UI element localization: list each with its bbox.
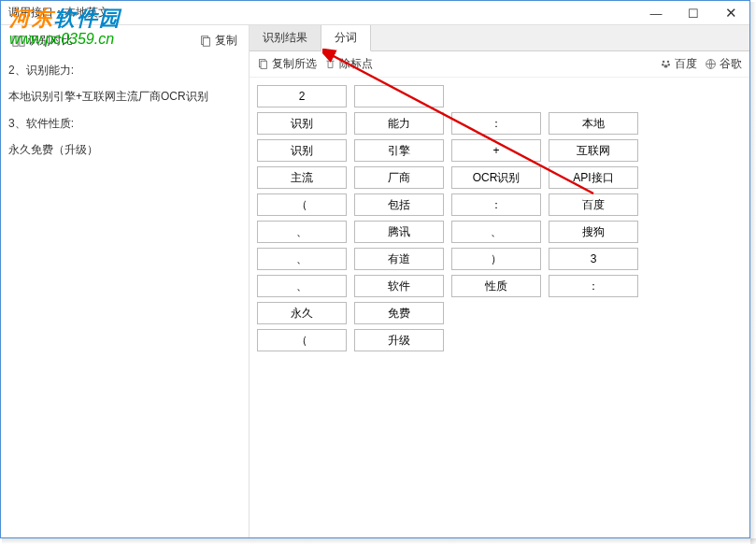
compare-icon <box>12 35 25 48</box>
segment-cell[interactable]: 升级 <box>354 329 444 351</box>
segment-cell[interactable]: 性质 <box>451 275 541 297</box>
globe-icon <box>705 58 717 70</box>
copy-selected-button[interactable]: 复制所选 <box>257 56 317 72</box>
compare-button[interactable]: 识别对比 <box>8 31 77 50</box>
segmentation-toolbar: 复制所选 除标点 百度 谷歌 <box>250 51 749 78</box>
copy-icon <box>257 58 269 70</box>
segment-cell[interactable] <box>354 85 444 107</box>
segment-cell[interactable]: 有道 <box>354 248 444 270</box>
svg-point-8 <box>662 64 663 65</box>
google-search-button[interactable]: 谷歌 <box>705 56 742 72</box>
segment-cell[interactable]: 能力 <box>354 112 444 135</box>
baidu-search-button[interactable]: 百度 <box>660 56 697 72</box>
segment-cell[interactable]: 、 <box>451 221 541 243</box>
segment-cell[interactable]: ： <box>549 275 638 297</box>
svg-rect-0 <box>13 36 18 46</box>
text-line: 本地识别引擎+互联网主流厂商OCR识别 <box>8 84 241 108</box>
copy-icon <box>199 35 212 48</box>
segment-cell[interactable]: 识别 <box>257 112 347 135</box>
segment-cell[interactable]: 永久 <box>257 302 347 324</box>
segment-cell[interactable]: 腾讯 <box>354 221 444 243</box>
tab-recognition-result[interactable]: 识别结果 <box>250 25 321 50</box>
segment-cell[interactable]: API接口 <box>549 166 638 189</box>
segment-cell[interactable]: （ <box>257 329 347 351</box>
segment-cell[interactable]: 软件 <box>354 275 444 297</box>
trash-icon <box>324 58 336 70</box>
svg-rect-5 <box>261 61 267 68</box>
recognized-text: 2、识别能力: 本地识别引擎+互联网主流厂商OCR识别 3、软件性质: 永久免费… <box>8 58 241 532</box>
left-pane: 识别对比 复制 2、识别能力: 本地识别引擎+互联网主流厂商OCR识别 3、软件… <box>1 25 249 537</box>
segment-cell[interactable]: 3 <box>549 248 638 270</box>
segment-cell[interactable]: 互联网 <box>549 139 638 162</box>
segment-cell[interactable]: 、 <box>257 275 347 297</box>
segment-cell[interactable]: 、 <box>257 248 347 270</box>
svg-rect-1 <box>20 36 24 46</box>
svg-point-7 <box>667 61 669 63</box>
segment-cell[interactable]: 2 <box>257 85 347 107</box>
svg-point-9 <box>668 64 670 65</box>
segment-cell[interactable]: 免费 <box>354 302 444 324</box>
svg-point-6 <box>663 61 664 63</box>
segment-cell[interactable]: ） <box>451 248 541 270</box>
window-controls: — ☐ ✕ <box>637 1 749 25</box>
segment-cell[interactable]: 搜狗 <box>549 221 638 243</box>
segment-cell[interactable]: 主流 <box>257 166 347 189</box>
segment-cell[interactable]: OCR识别 <box>451 166 541 189</box>
window-title: 调用接口：本地英文 <box>8 5 109 21</box>
svg-rect-3 <box>203 37 209 46</box>
app-window: 调用接口：本地英文 — ☐ ✕ 识别对比 复制 2、识别能力: 本地识别 <box>0 0 750 538</box>
minimize-button[interactable]: — <box>637 1 675 25</box>
segment-cell[interactable]: 识别 <box>257 139 347 162</box>
remove-punct-label: 除标点 <box>339 56 373 72</box>
copy-button[interactable]: 复制 <box>195 31 241 50</box>
segment-cell[interactable]: （ <box>257 193 347 216</box>
copy-selected-label: 复制所选 <box>272 56 317 72</box>
text-line: 3、软件性质: <box>8 111 241 136</box>
baidu-label: 百度 <box>675 56 697 72</box>
segment-cell[interactable]: 、 <box>257 221 347 243</box>
segment-cell[interactable]: + <box>451 139 541 162</box>
segment-cell[interactable]: 本地 <box>549 112 638 135</box>
segment-cell[interactable]: 包括 <box>354 193 444 216</box>
svg-point-10 <box>663 64 667 67</box>
segment-cell[interactable]: 引擎 <box>354 139 444 162</box>
google-label: 谷歌 <box>720 56 742 72</box>
close-button[interactable]: ✕ <box>712 1 749 25</box>
segment-cell[interactable]: ： <box>451 193 541 216</box>
titlebar: 调用接口：本地英文 — ☐ ✕ <box>1 1 749 25</box>
segment-cell[interactable]: 百度 <box>549 193 638 216</box>
maximize-button[interactable]: ☐ <box>675 1 712 25</box>
segment-cell[interactable]: 厂商 <box>354 166 444 189</box>
right-pane: 识别结果 分词 复制所选 除标点 百度 谷歌 <box>249 25 749 537</box>
remove-punctuation-button[interactable]: 除标点 <box>324 56 373 72</box>
paw-icon <box>660 58 672 70</box>
copy-label: 复制 <box>215 33 237 49</box>
segmentation-grid: 2识别能力：本地识别引擎+互联网主流厂商OCR识别API接口（包括：百度、腾讯、… <box>257 85 742 351</box>
tab-bar: 识别结果 分词 <box>250 25 749 51</box>
segment-cell[interactable]: ： <box>451 112 541 135</box>
text-line: 永久免费（升级） <box>8 137 241 162</box>
tab-segmentation[interactable]: 分词 <box>321 25 371 51</box>
text-line: 2、识别能力: <box>8 58 241 82</box>
compare-label: 识别对比 <box>28 33 73 49</box>
